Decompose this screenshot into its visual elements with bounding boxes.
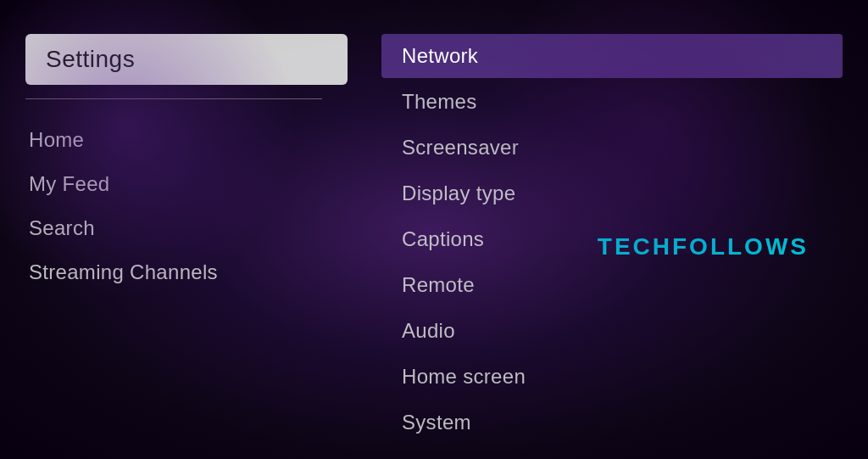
left-menu-item-my-feed[interactable]: My Feed: [25, 164, 364, 204]
right-menu-item-network[interactable]: Network: [381, 34, 843, 78]
right-menu-item-screensaver[interactable]: Screensaver: [381, 126, 843, 170]
main-container: Settings HomeMy FeedSearchStreaming Chan…: [0, 0, 868, 459]
right-menu-item-display-type[interactable]: Display type: [381, 171, 843, 216]
settings-header: Settings: [25, 34, 348, 85]
right-panel: NetworkThemesScreensaverDisplay typeCapt…: [381, 34, 843, 425]
settings-divider: [25, 98, 322, 99]
left-panel: Settings HomeMy FeedSearchStreaming Chan…: [25, 34, 381, 425]
right-menu-item-themes[interactable]: Themes: [381, 80, 843, 124]
right-menu-item-home-screen[interactable]: Home screen: [381, 355, 843, 399]
left-menu-item-home[interactable]: Home: [25, 120, 364, 160]
right-menu-item-remote[interactable]: Remote: [381, 263, 843, 307]
right-menu-item-captions[interactable]: Captions: [381, 217, 843, 261]
left-menu: HomeMy FeedSearchStreaming Channels: [25, 120, 364, 293]
right-menu-item-system[interactable]: System: [381, 400, 843, 445]
left-menu-item-streaming-channels[interactable]: Streaming Channels: [25, 252, 364, 293]
settings-title: Settings: [46, 46, 135, 72]
right-menu-item-audio[interactable]: Audio: [381, 309, 843, 353]
left-menu-item-search[interactable]: Search: [25, 208, 364, 249]
